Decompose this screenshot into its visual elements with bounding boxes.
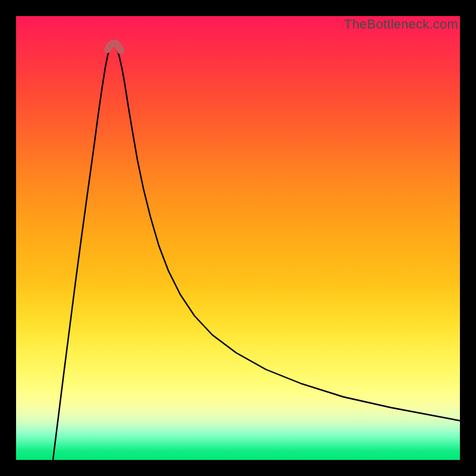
min-marker-left (104, 46, 111, 53)
curve-layer (16, 16, 460, 460)
plot-area (16, 16, 460, 460)
chart-frame: TheBottleneck.com (0, 0, 476, 476)
min-marker-right (117, 47, 124, 54)
bottleneck-curve (53, 45, 460, 460)
attribution-label: TheBottleneck.com (344, 17, 458, 32)
